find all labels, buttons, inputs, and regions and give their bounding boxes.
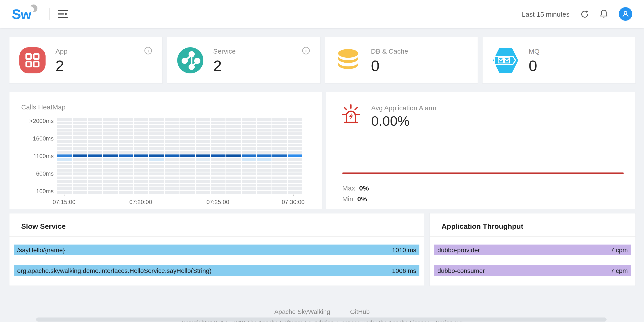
heatmap-cell — [88, 118, 102, 121]
info-icon[interactable] — [302, 47, 310, 54]
heatmap-cell — [211, 176, 225, 179]
heatmap-cell — [165, 173, 179, 175]
heatmap-cell — [72, 173, 87, 175]
heatmap-cell — [72, 180, 87, 183]
heatmap-cell — [134, 140, 148, 143]
heatmap-cell — [180, 187, 194, 190]
rank-bar[interactable]: dubbo-consumer7 cpm — [434, 265, 631, 276]
heatmap-cell — [257, 180, 272, 183]
heatmap-cell — [165, 136, 179, 139]
heatmap-cell — [242, 176, 256, 179]
heatmap-cell — [165, 176, 179, 179]
heatmap-cell — [165, 183, 179, 186]
heatmap-cell — [57, 183, 72, 186]
heatmap-cell — [272, 165, 287, 168]
heatmap-x-tick — [64, 194, 64, 196]
heatmap-row — [57, 122, 302, 124]
rank-bar[interactable]: org.apache.skywalking.demo.interfaces.He… — [14, 265, 420, 276]
rank-bar[interactable]: dubbo-provider7 cpm — [434, 245, 631, 255]
heatmap-x-tick — [141, 194, 141, 196]
heatmap-cell — [180, 140, 194, 143]
heatmap-cell — [226, 180, 240, 183]
heatmap-cell — [226, 133, 240, 135]
heatmap-cell — [72, 129, 87, 132]
heatmap-row — [57, 133, 302, 135]
slow-service-list: /sayHello/{name}1010 msorg.apache.skywal… — [14, 245, 420, 276]
heatmap-row — [57, 169, 302, 172]
heatmap-row — [57, 151, 302, 154]
heatmap-cell — [257, 173, 272, 175]
heatmap-cell — [119, 140, 133, 143]
info-icon[interactable] — [144, 47, 152, 54]
heatmap-cell — [165, 147, 179, 150]
heatmap-cell — [165, 125, 179, 128]
heatmap-cell — [88, 147, 102, 150]
time-range-selector[interactable]: Last 15 minutes — [522, 10, 570, 18]
user-avatar-icon[interactable] — [619, 7, 632, 21]
heatmap-cell — [165, 187, 179, 190]
heatmap-cell — [180, 155, 194, 157]
heatmap-cell — [88, 176, 102, 179]
heatmap-cell — [288, 180, 302, 183]
heatmap-cell — [226, 129, 240, 132]
heatmap-cell — [103, 140, 118, 143]
heatmap-cell — [57, 187, 72, 190]
heatmap-cell — [226, 162, 240, 164]
stat-value: 0 — [371, 58, 408, 73]
heatmap-cell — [196, 144, 210, 146]
rank-bar[interactable]: /sayHello/{name}1010 ms — [14, 245, 420, 255]
heatmap-cell — [272, 155, 287, 157]
heatmap-cell — [226, 183, 240, 186]
footer-link-github[interactable]: GitHub — [350, 308, 370, 315]
heatmap-row — [57, 155, 302, 157]
heatmap-cell — [134, 125, 148, 128]
heatmap-cell — [150, 191, 164, 194]
heatmap-cell — [288, 165, 302, 168]
refresh-icon[interactable] — [580, 10, 589, 18]
horizontal-scrollbar[interactable] — [36, 318, 606, 322]
heatmap-cell — [165, 165, 179, 168]
heatmap-cell — [272, 147, 287, 150]
heatmap-cell — [272, 125, 287, 128]
heatmap-cell — [242, 151, 256, 154]
heatmap-cell — [196, 122, 210, 124]
heatmap-cell — [119, 122, 133, 124]
heatmap-cell — [103, 155, 118, 157]
heatmap-cell — [180, 180, 194, 183]
heatmap-cell — [196, 165, 210, 168]
skywalking-logo[interactable]: Sw — [12, 7, 38, 21]
footer-link-apache-skywalking[interactable]: Apache SkyWalking — [274, 308, 330, 315]
bell-icon[interactable] — [600, 9, 608, 18]
heatmap-cell — [257, 140, 272, 143]
heatmap-cell — [257, 155, 272, 157]
heatmap-cell — [88, 136, 102, 139]
heatmap-cell — [72, 191, 87, 194]
heatmap-cell — [211, 129, 225, 132]
heatmap-cell — [226, 187, 240, 190]
menu-fold-icon[interactable] — [58, 9, 68, 18]
heatmap-row — [57, 183, 302, 186]
heatmap-cell — [196, 162, 210, 164]
heatmap-cell — [103, 147, 118, 150]
heatmap-cell — [257, 162, 272, 164]
heatmap-cell — [288, 158, 302, 161]
heatmap-cell — [180, 129, 194, 132]
heatmap-cell — [134, 183, 148, 186]
heatmap-cell — [150, 187, 164, 190]
heatmap-cell — [272, 158, 287, 161]
min-label: Min — [342, 195, 353, 203]
heatmap-cell — [180, 173, 194, 175]
heatmap-cell — [134, 169, 148, 172]
heatmap-cell — [196, 169, 210, 172]
slow-service-title: Slow Service — [21, 222, 66, 231]
stat-cards-row: App 2 — [9, 37, 636, 84]
heatmap-cell — [150, 125, 164, 128]
heatmap-cell — [242, 158, 256, 161]
heatmap-row — [57, 165, 302, 168]
heatmap-row — [57, 176, 302, 179]
heatmap-row — [57, 147, 302, 150]
heatmap-cell — [180, 147, 194, 150]
heatmap-cell — [288, 169, 302, 172]
heatmap-cell — [196, 129, 210, 132]
heatmap-cell — [226, 151, 240, 154]
